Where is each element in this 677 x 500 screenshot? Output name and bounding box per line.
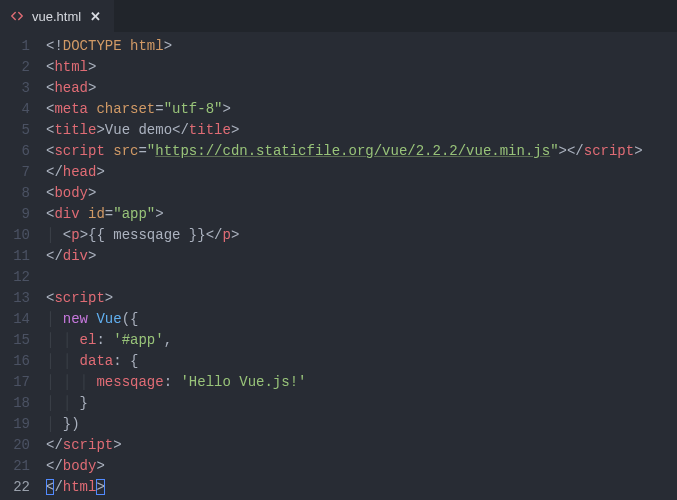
code-line[interactable]: <body> (46, 183, 677, 204)
code-line[interactable]: </html> (46, 477, 677, 498)
line-number: 22 (0, 477, 30, 498)
code-line[interactable]: <head> (46, 78, 677, 99)
line-number: 11 (0, 246, 30, 267)
tab-vue-html[interactable]: vue.html ✕ (0, 0, 114, 32)
line-number-gutter: 12345678910111213141516171819202122 (0, 36, 46, 500)
line-number: 13 (0, 288, 30, 309)
line-number: 1 (0, 36, 30, 57)
line-number: 21 (0, 456, 30, 477)
line-number: 16 (0, 351, 30, 372)
tab-bar: vue.html ✕ (0, 0, 677, 32)
code-line[interactable]: │ <p>{{ messqage }}</p> (46, 225, 677, 246)
code-content[interactable]: <!DOCTYPE html><html><head><meta charset… (46, 36, 677, 500)
line-number: 8 (0, 183, 30, 204)
code-line[interactable]: </script> (46, 435, 677, 456)
code-line[interactable]: <script src="https://cdn.staticfile.org/… (46, 141, 677, 162)
line-number: 2 (0, 57, 30, 78)
code-line[interactable] (46, 267, 677, 288)
code-line[interactable]: </div> (46, 246, 677, 267)
close-icon[interactable]: ✕ (89, 8, 102, 25)
tab-filename: vue.html (32, 9, 81, 24)
line-number: 12 (0, 267, 30, 288)
code-line[interactable]: <div id="app"> (46, 204, 677, 225)
line-number: 9 (0, 204, 30, 225)
code-line[interactable]: <!DOCTYPE html> (46, 36, 677, 57)
line-number: 20 (0, 435, 30, 456)
line-number: 4 (0, 99, 30, 120)
code-line[interactable]: </body> (46, 456, 677, 477)
line-number: 19 (0, 414, 30, 435)
code-line[interactable]: │ │ } (46, 393, 677, 414)
line-number: 5 (0, 120, 30, 141)
code-line[interactable]: </head> (46, 162, 677, 183)
code-line[interactable]: │ │ el: '#app', (46, 330, 677, 351)
code-line[interactable]: │ }) (46, 414, 677, 435)
line-number: 3 (0, 78, 30, 99)
code-line[interactable]: <title>Vue demo</title> (46, 120, 677, 141)
editor-window: vue.html ✕ 12345678910111213141516171819… (0, 0, 677, 500)
code-line[interactable]: │ │ data: { (46, 351, 677, 372)
line-number: 15 (0, 330, 30, 351)
code-line[interactable]: │ │ │ messqage: 'Hello Vue.js!' (46, 372, 677, 393)
code-editor[interactable]: 12345678910111213141516171819202122 <!DO… (0, 32, 677, 500)
line-number: 18 (0, 393, 30, 414)
code-file-icon (10, 9, 24, 23)
line-number: 14 (0, 309, 30, 330)
code-line[interactable]: <script> (46, 288, 677, 309)
code-line[interactable]: │ new Vue({ (46, 309, 677, 330)
code-line[interactable]: <meta charset="utf-8"> (46, 99, 677, 120)
code-line[interactable]: <html> (46, 57, 677, 78)
line-number: 17 (0, 372, 30, 393)
line-number: 6 (0, 141, 30, 162)
line-number: 7 (0, 162, 30, 183)
line-number: 10 (0, 225, 30, 246)
